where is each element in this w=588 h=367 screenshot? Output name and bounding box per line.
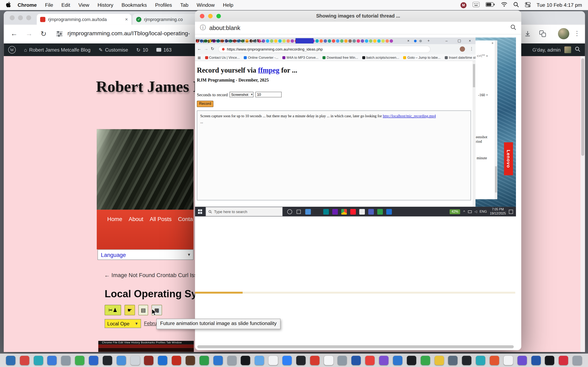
scrollbar-thumb[interactable] xyxy=(197,345,514,348)
menubar-item-help[interactable]: Help xyxy=(223,2,233,8)
address-bar[interactable]: rjmprogramming.com.au/ITblog/local-opera… xyxy=(68,30,190,37)
wordpress-logo-icon[interactable]: W xyxy=(8,46,16,54)
dock-icon[interactable] xyxy=(6,356,15,365)
nav-link-home[interactable]: Home xyxy=(107,216,122,222)
updates-link[interactable]: ↻ 10 xyxy=(136,47,148,53)
menubar-item-profiles[interactable]: Profiles xyxy=(155,2,172,8)
dock-icon[interactable] xyxy=(338,356,347,365)
dock-icon[interactable] xyxy=(130,356,140,365)
dock-icon[interactable] xyxy=(20,356,29,365)
menubar-item-bookmarks[interactable]: Bookmarks xyxy=(121,2,147,8)
dock-icon[interactable] xyxy=(213,356,223,365)
dock-icon[interactable] xyxy=(61,356,71,365)
dock-icon[interactable] xyxy=(365,356,375,365)
battery-icon[interactable] xyxy=(485,2,495,8)
admin-avatar[interactable] xyxy=(564,47,571,53)
close-window-button[interactable] xyxy=(10,15,15,20)
dock-icon[interactable] xyxy=(255,356,264,365)
site-name-link[interactable]: ⌂ Robert James Metcalfe Blog xyxy=(24,47,90,53)
page-info-icon[interactable]: ⓘ xyxy=(200,24,206,32)
dock-icon[interactable] xyxy=(545,356,554,365)
dock-icon[interactable] xyxy=(421,356,430,365)
apple-menu-icon[interactable] xyxy=(6,1,11,8)
nav-link-all-posts[interactable]: All Posts xyxy=(150,216,172,222)
control-center-icon[interactable] xyxy=(525,2,531,8)
minimize-window-button[interactable] xyxy=(18,15,23,20)
dock-icon[interactable] xyxy=(393,356,402,365)
menubar-item-view[interactable]: View xyxy=(78,2,89,8)
back-icon[interactable]: ← xyxy=(10,30,17,38)
menubar-item-window[interactable]: Window xyxy=(197,2,215,8)
dock-icon[interactable] xyxy=(172,356,181,365)
customise-link[interactable]: ✎ Customise xyxy=(99,47,128,53)
site-settings-icon[interactable] xyxy=(56,31,63,38)
dock-icon[interactable] xyxy=(282,356,292,365)
dock-icon[interactable] xyxy=(89,356,98,365)
wifi-icon[interactable] xyxy=(501,2,507,8)
page-scrollbar[interactable] xyxy=(580,56,585,352)
browser-tab-1[interactable]: rjmprogramming.com.au/toda × xyxy=(37,14,131,25)
dock-icon[interactable] xyxy=(448,356,458,365)
dock-icon[interactable] xyxy=(517,356,527,365)
spotlight-search-icon[interactable] xyxy=(513,2,519,8)
language-select[interactable]: Language ▾ xyxy=(98,249,194,260)
dock-icon[interactable] xyxy=(559,356,568,365)
menubar-item-chrome[interactable]: Chrome xyxy=(17,2,37,8)
period-select[interactable]: Local Ope ▾ xyxy=(104,319,141,328)
tutorial-tile-icon[interactable]: ☛ xyxy=(125,305,135,315)
dock-icon[interactable] xyxy=(47,356,57,365)
m-status-icon[interactable]: M xyxy=(460,2,466,8)
dock-icon[interactable] xyxy=(103,356,112,365)
horizontal-scrollbar[interactable] xyxy=(196,345,515,348)
dock-icon[interactable] xyxy=(379,356,389,365)
dock-icon[interactable] xyxy=(310,356,320,365)
dock-icon[interactable] xyxy=(324,356,333,365)
dock-icon[interactable] xyxy=(268,356,278,365)
input-source-icon[interactable] xyxy=(472,2,480,8)
forward-icon[interactable]: → xyxy=(26,30,33,38)
dock-icon[interactable] xyxy=(531,356,541,365)
tutorial-screenshot-image[interactable]: FFmpeg Window Screenshot ... 4 of 5 ... … xyxy=(195,38,516,217)
dock-icon[interactable] xyxy=(199,356,209,365)
nav-link-about[interactable]: About xyxy=(129,216,143,222)
address-text[interactable]: about:blank xyxy=(209,25,507,31)
dock-icon[interactable] xyxy=(227,356,236,365)
menubar-item-history[interactable]: History xyxy=(98,2,113,8)
admin-search-icon[interactable] xyxy=(575,47,581,53)
dock-icon[interactable] xyxy=(117,356,126,365)
scrollbar-thumb[interactable] xyxy=(581,58,584,156)
nav-link-conta[interactable]: Conta xyxy=(178,216,193,222)
dock-icon[interactable] xyxy=(503,356,513,365)
dock-icon[interactable] xyxy=(158,356,167,365)
greeting-link[interactable]: G'day, admin xyxy=(532,47,561,53)
dock-icon[interactable] xyxy=(34,356,43,365)
dock-icon[interactable] xyxy=(407,356,416,365)
menubar-item-tab[interactable]: Tab xyxy=(180,2,189,8)
reload-icon[interactable]: ↻ xyxy=(40,30,46,38)
dock-icon[interactable] xyxy=(573,356,582,365)
search-icon[interactable] xyxy=(510,24,516,32)
menubar-item-edit[interactable]: Edit xyxy=(61,2,70,8)
dock-icon[interactable] xyxy=(462,356,471,365)
dock-icon[interactable] xyxy=(186,356,195,365)
close-tab-icon[interactable]: × xyxy=(125,17,128,22)
tutorial-tile-icon[interactable]: ✂♟ xyxy=(104,305,121,315)
dock-icon[interactable] xyxy=(241,356,250,365)
zoom-window-button[interactable] xyxy=(26,15,31,20)
profile-avatar[interactable] xyxy=(558,28,569,39)
browser-menu-icon[interactable]: ⋮ xyxy=(574,30,580,38)
dock-icon[interactable] xyxy=(352,356,361,365)
menubar-item-file[interactable]: File xyxy=(45,2,53,8)
tab-groups-icon[interactable] xyxy=(539,30,546,39)
dock-icon[interactable] xyxy=(296,356,306,365)
dock-icon[interactable] xyxy=(476,356,485,365)
dock-icon[interactable] xyxy=(490,356,499,365)
dock-icon[interactable] xyxy=(144,356,154,365)
dock-icon[interactable] xyxy=(434,356,444,365)
tutorial-tile-icon[interactable]: ▤ xyxy=(138,305,148,315)
menubar-clock[interactable]: Tue 10 Feb 4:17 pm xyxy=(536,2,582,8)
previous-post-link[interactable]: ← Image Not Found Crontab Curl Issue xyxy=(104,272,203,278)
comments-link[interactable]: 163 xyxy=(156,47,172,53)
download-icon[interactable] xyxy=(524,30,531,39)
month-archive-link[interactable]: Febru xyxy=(144,320,156,326)
